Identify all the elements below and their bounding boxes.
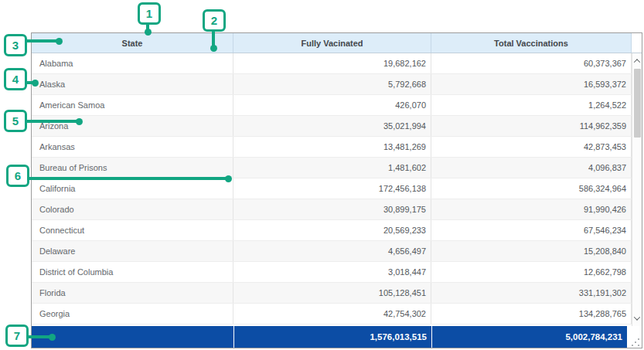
cell-total-vaccinations: 586,324,964 [431,178,632,199]
cell-total-vaccinations: 134,288,765 [431,304,632,324]
annotation-7-label-box: 7 [5,325,29,347]
cell-fully-vaccinated: 30,899,175 [233,199,431,219]
cell-state: Arizona [32,116,233,136]
annotation-3-label-box: 3 [4,34,27,56]
annotation-7-connector [27,335,50,338]
cell-total-vaccinations: 91,990,426 [431,199,632,219]
annotation-1-label-box: 1 [138,2,161,25]
cell-total-vaccinations: 331,191,302 [431,283,632,303]
table-row[interactable]: Delaware 4,656,497 15,208,840 [32,241,632,262]
scroll-down-button[interactable] [632,312,642,325]
cell-state: California [32,178,233,199]
cell-state: Alabama [32,53,233,73]
cell-state: Colorado [32,199,233,219]
annotation-3-dot [56,38,63,45]
annotation-6-connector [28,177,226,180]
totals-cell-fully-vaccinated: 1,576,013,515 [234,326,431,348]
cell-total-vaccinations: 42,873,453 [431,137,632,157]
cell-fully-vaccinated: 4,656,497 [233,241,431,261]
table-row[interactable]: Florida 105,128,451 331,191,302 [32,283,632,304]
vaccination-table: State Fully Vacinated Total Vaccinations… [31,32,642,348]
table-header-row: State Fully Vacinated Total Vaccinations [32,33,642,53]
table-row[interactable]: Arkansas 13,481,269 42,873,453 [32,137,632,158]
cell-fully-vaccinated: 35,021,994 [233,116,431,136]
column-header-fully-vaccinated[interactable]: Fully Vacinated [233,33,431,53]
cell-state: Connecticut [32,220,233,240]
annotation-2-connector [212,30,215,46]
totals-row: 1,576,013,515 5,002,784,231 [32,326,627,348]
cell-state: District of Columbia [32,262,233,282]
cell-total-vaccinations: 1,264,522 [431,95,632,115]
cell-state: Georgia [32,304,233,324]
cell-state: Florida [32,283,233,303]
header-scrollbar-corner [632,33,642,53]
annotation-7-dot [49,334,56,341]
totals-cell-total-vaccinations: 5,002,784,231 [432,326,627,348]
cell-total-vaccinations: 114,962,359 [431,116,632,136]
annotation-5-dot [76,118,83,125]
annotation-2-dot [210,45,217,52]
cell-state: Bureau of Prisons [32,158,233,178]
cell-fully-vaccinated: 20,569,233 [233,220,431,240]
chevron-up-icon [634,59,640,65]
column-header-total-vaccinations[interactable]: Total Vaccinations [431,33,632,53]
annotation-5-label-box: 5 [4,110,27,132]
annotation-6-label-box: 6 [6,165,29,187]
cell-total-vaccinations: 16,593,372 [431,74,632,94]
resize-grip-icon[interactable] [632,338,640,346]
cell-fully-vaccinated: 3,018,447 [233,262,431,282]
scrollbar-thumb[interactable] [634,69,641,138]
annotation-2-label-box: 2 [203,9,226,32]
table-body: Alabama 19,682,162 60,373,367 Alaska 5,7… [32,53,632,325]
cell-fully-vaccinated: 42,754,302 [233,304,431,324]
table-row[interactable]: Bureau of Prisons 1,481,602 4,096,837 [32,158,632,178]
annotation-4-dot [32,80,39,87]
cell-state: Alaska [32,74,233,94]
table-row[interactable]: Alabama 19,682,162 60,373,367 [32,53,632,74]
cell-fully-vaccinated: 172,456,138 [233,178,431,199]
cell-fully-vaccinated: 1,481,602 [233,158,431,178]
table-row[interactable]: District of Columbia 3,018,447 12,662,79… [32,262,632,283]
table-row[interactable]: Colorado 30,899,175 91,990,426 [32,199,632,220]
cell-total-vaccinations: 60,373,367 [431,53,632,73]
cell-fully-vaccinated: 426,070 [233,95,431,115]
annotation-3-connector [26,39,56,42]
table-row[interactable]: Alaska 5,792,668 16,593,372 [32,74,632,95]
chevron-down-icon [634,314,640,320]
annotation-4-label-box: 4 [4,68,27,90]
cell-total-vaccinations: 15,208,840 [431,241,632,261]
cell-state: Arkansas [32,137,233,157]
annotation-5-connector [26,120,77,123]
cell-total-vaccinations: 12,662,798 [431,262,632,282]
annotation-1-dot [145,29,152,36]
annotation-6-dot [225,175,232,182]
scroll-up-button[interactable] [632,55,642,67]
table-row[interactable]: Connecticut 20,569,233 67,546,234 [32,220,632,241]
vertical-scrollbar[interactable] [632,53,642,326]
cell-fully-vaccinated: 19,682,162 [233,53,431,73]
cell-fully-vaccinated: 13,481,269 [233,137,431,157]
totals-cell-state [32,326,233,348]
cell-total-vaccinations: 4,096,837 [431,158,632,178]
table-row[interactable]: Georgia 42,754,302 134,288,765 [32,304,632,325]
table-row[interactable]: California 172,456,138 586,324,964 [32,178,632,199]
table-row[interactable]: Arizona 35,021,994 114,962,359 [32,116,632,137]
cell-state: Delaware [32,241,233,261]
cell-state: American Samoa [32,95,233,115]
table-row[interactable]: American Samoa 426,070 1,264,522 [32,95,632,116]
cell-fully-vaccinated: 105,128,451 [233,283,431,303]
cell-fully-vaccinated: 5,792,668 [233,74,431,94]
cell-total-vaccinations: 67,546,234 [431,220,632,240]
